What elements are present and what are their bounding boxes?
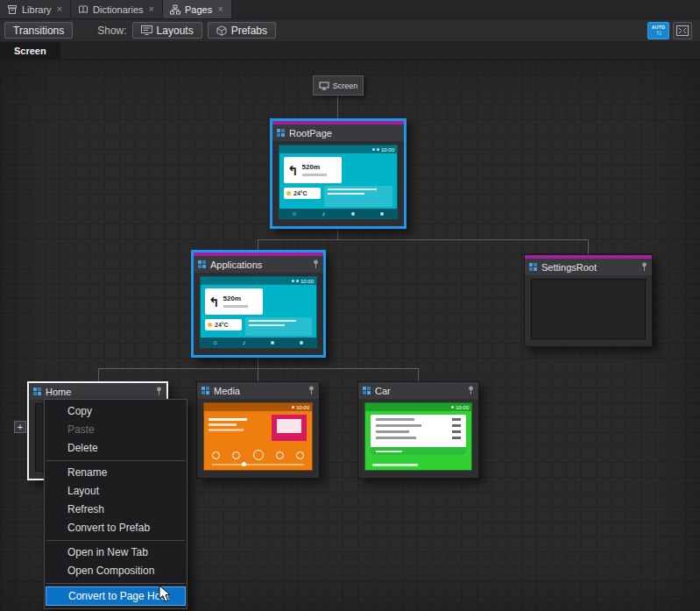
node-settingsroot[interactable]: SettingsRoot <box>524 254 653 347</box>
eco-strip <box>371 447 466 455</box>
menu-separator <box>46 460 185 461</box>
page-icon <box>363 387 371 394</box>
street-text-bar <box>223 305 248 308</box>
tab-library[interactable]: Library × <box>0 0 71 18</box>
media-thumbnail: 10:00 <box>203 402 313 471</box>
close-icon[interactable]: × <box>56 4 63 14</box>
sun-icon <box>208 323 212 327</box>
pin-icon[interactable] <box>641 262 647 272</box>
node-screen[interactable]: Screen <box>313 75 364 96</box>
statusbar: 10:00 <box>201 277 316 285</box>
tab-dictionaries-label: Dictionaries <box>93 4 143 15</box>
pages-icon <box>170 4 180 15</box>
stat-value-bar <box>452 437 461 439</box>
menu-item-refresh[interactable]: Refresh <box>45 501 187 519</box>
album-art <box>272 415 307 441</box>
sun-icon <box>286 191 291 195</box>
tab-pages[interactable]: Pages × <box>163 0 232 18</box>
media-controls <box>212 450 304 460</box>
menu-item-copy[interactable]: Copy <box>45 402 187 421</box>
menu-item-layout[interactable]: Layout <box>45 482 187 501</box>
temperature-value: 24°C <box>215 322 229 328</box>
page-icon <box>277 129 285 137</box>
statusbar: 10:00 <box>204 403 312 411</box>
thumbnail-wrap: 10:00 <box>358 399 478 478</box>
document-tab-bar: Screen <box>0 42 700 60</box>
node-settingsroot-label: SettingsRoot <box>541 262 597 273</box>
node-settingsroot-titlebar[interactable]: SettingsRoot <box>525 259 652 275</box>
screen-document-tab[interactable]: Screen <box>0 42 60 59</box>
stat-label-bar <box>376 418 414 421</box>
media-button-icon <box>276 451 284 459</box>
node-rootpage[interactable]: RootPage 10:00 ↰ 520m 24°C <box>270 118 407 229</box>
menu-item-convert-to-prefab[interactable]: Convert to Prefab <box>45 519 187 537</box>
context-menu: Copy Paste Delete Rename Layout Refresh … <box>44 399 187 609</box>
distance-value: 520m <box>302 164 327 172</box>
auto-arrange-button[interactable]: AUTO ↑↓ <box>647 22 669 39</box>
dock-dot-icon <box>300 341 303 345</box>
play-button-icon <box>253 450 264 460</box>
page-icon <box>33 387 41 395</box>
node-applications[interactable]: Applications 10:00 ↰ 520m <box>191 250 326 358</box>
close-icon[interactable]: × <box>148 4 155 14</box>
monitor-icon <box>319 82 329 90</box>
media-button-icon <box>212 451 220 459</box>
node-rootpage-label: RootPage <box>289 128 332 139</box>
dock-dot-icon <box>380 212 384 216</box>
home-icon: ⌂ <box>214 339 217 345</box>
pin-icon[interactable] <box>468 386 474 395</box>
node-media[interactable]: Media 10:00 <box>196 381 320 479</box>
home-icon: ⌂ <box>293 210 296 217</box>
statusbar: 10:00 <box>279 146 397 153</box>
menu-item-open-in-new-tab[interactable]: Open in New Tab <box>45 544 187 562</box>
node-car-label: Car <box>375 386 391 396</box>
menu-item-rename[interactable]: Rename <box>45 464 187 482</box>
tab-dictionaries[interactable]: Dictionaries × <box>71 0 163 18</box>
node-rootpage-titlebar[interactable]: RootPage <box>272 124 404 141</box>
page-icon <box>198 260 206 268</box>
vehicle-stats-card <box>371 415 466 455</box>
track-text-bar <box>209 429 244 431</box>
node-car[interactable]: Car 10:00 <box>357 381 479 479</box>
status-time: 10:00 <box>296 405 309 410</box>
rootpage-thumbnail: 10:00 ↰ 520m 24°C <box>279 145 398 219</box>
expand-node-button[interactable]: + <box>14 421 26 433</box>
view-tab-bar: Library × Dictionaries × Pages × <box>0 0 700 19</box>
stat-value-bar <box>452 418 461 421</box>
stat-label-bar <box>376 437 416 439</box>
fit-to-screen-button[interactable] <box>673 22 692 39</box>
dock-dot-icon <box>271 341 274 345</box>
track-text-bar <box>209 423 237 426</box>
node-media-titlebar[interactable]: Media <box>197 382 319 399</box>
connector-line <box>258 239 589 240</box>
prefabs-toggle-button[interactable]: Prefabs <box>208 22 276 39</box>
transitions-button[interactable]: Transitions <box>4 22 73 39</box>
connector-line <box>258 368 258 381</box>
menu-item-delete[interactable]: Delete <box>45 439 187 458</box>
tab-library-label: Library <box>22 4 52 15</box>
dictionaries-icon <box>78 4 88 15</box>
pin-icon[interactable] <box>313 259 319 269</box>
layouts-toggle-button[interactable]: Layouts <box>132 22 202 39</box>
stat-value-bar <box>452 430 461 433</box>
album-art-inner <box>277 419 301 433</box>
page-tree-canvas[interactable]: Screen RootPage 10:00 ↰ 520m <box>0 60 700 611</box>
applications-thumbnail: 10:00 ↰ 520m 24°C <box>200 276 317 348</box>
dock-bar: ⌂ ♪ <box>201 337 316 347</box>
thumbnail-wrap: 10:00 ↰ 520m 24°C <box>272 141 404 226</box>
thumbnail-wrap <box>525 275 652 346</box>
stats-row <box>376 437 461 439</box>
thumbnail-wrap: 10:00 ↰ 520m 24°C <box>194 273 323 355</box>
menu-item-open-composition[interactable]: Open Composition <box>45 562 187 580</box>
node-home-titlebar[interactable]: Home <box>29 383 166 400</box>
node-applications-titlebar[interactable]: Applications <box>194 256 323 273</box>
close-icon[interactable]: × <box>216 4 223 14</box>
menu-item-paste: Paste <box>45 421 187 439</box>
pin-icon[interactable] <box>308 386 315 395</box>
stats-row <box>376 418 461 421</box>
prefabs-icon <box>216 25 227 36</box>
node-car-titlebar[interactable]: Car <box>358 382 478 399</box>
pin-icon[interactable] <box>156 387 162 396</box>
stat-label-bar <box>376 430 409 433</box>
status-dot-icon <box>377 148 379 151</box>
